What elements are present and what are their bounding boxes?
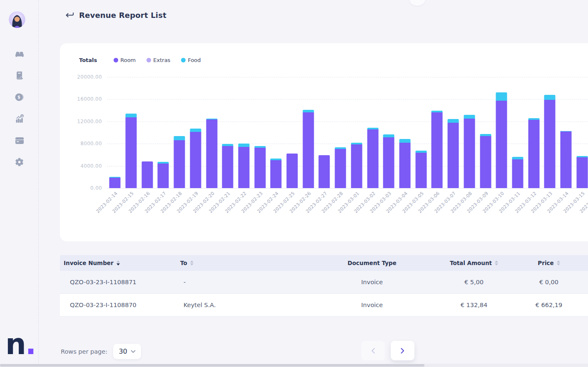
legend-label: Room	[120, 57, 136, 63]
brand-logo[interactable]: n.	[5, 330, 35, 359]
bar-stack	[287, 77, 298, 188]
bar-stack	[367, 77, 378, 188]
table-row[interactable]: QZO-03-23-I-1108871-Invoice€ 5,00€ 0,00-	[60, 271, 588, 294]
rows-per-page-select[interactable]: 30	[113, 344, 141, 359]
bar-stack	[335, 77, 346, 188]
bar-segment-food	[238, 144, 249, 147]
bar-segment-food	[464, 115, 475, 119]
bar-segment-room	[109, 178, 121, 188]
chevron-right-icon	[401, 348, 404, 354]
rows-per-page-value: 30	[119, 347, 127, 355]
bar-group-2023-03-09: 2023-03-09	[477, 77, 494, 188]
bar-segment-room	[480, 136, 491, 188]
y-axis-tick: 12000.00	[60, 119, 102, 124]
sidebar-item-bookings[interactable]	[11, 71, 28, 80]
sidebar-nav: $ $	[0, 49, 39, 167]
bar-segment-room	[464, 119, 475, 188]
bar-segment-room	[415, 153, 427, 188]
column-header-label: Document Type	[347, 260, 396, 266]
sidebar: $ $ n.	[0, 0, 39, 367]
column-header-invoice-number[interactable]: Invoice Number	[60, 260, 176, 266]
page-title: Revenue Report List	[79, 11, 166, 20]
table-cell: -	[584, 302, 588, 308]
legend-label: Extras	[153, 57, 170, 63]
column-header-price[interactable]: Price	[514, 260, 584, 266]
bar-segment-room	[383, 137, 394, 188]
bar-group-2023-02-25: 2023-02-25	[284, 77, 300, 188]
bar-stack	[319, 77, 330, 188]
bar-segment-room	[126, 117, 137, 188]
bar-stack	[303, 77, 314, 188]
bar-segment-food	[383, 134, 394, 137]
table-row[interactable]: QZO-03-23-I-1108870Keytel S.A.Invoice€ 1…	[60, 294, 588, 317]
bar-stack	[351, 77, 362, 188]
legend-dot-icon	[181, 58, 186, 62]
sidebar-item-settings[interactable]	[11, 157, 28, 167]
bar-stack	[528, 77, 539, 188]
bar-stack	[561, 77, 572, 188]
bar-segment-room	[561, 131, 572, 188]
column-header-label: To	[180, 260, 187, 266]
bar-stack	[109, 77, 121, 188]
bed-icon	[15, 49, 25, 59]
bar-group-2023-02-15: 2023-02-15	[123, 77, 139, 188]
bar-group-2023-02-26: 2023-02-26	[300, 77, 316, 188]
bar-group-2023-02-19: 2023-02-19	[188, 77, 204, 188]
bar-stack	[496, 77, 507, 188]
bar-segment-room	[174, 140, 185, 188]
bar-group-2023-03-08: 2023-03-08	[461, 77, 477, 188]
column-header-document-type: Document Type	[310, 260, 434, 266]
sidebar-item-rooms[interactable]	[11, 49, 28, 59]
sidebar-item-payments[interactable]	[11, 136, 28, 145]
legend-item-room[interactable]: Room	[114, 57, 136, 63]
bar-group-2023-02-17: 2023-02-17	[155, 77, 171, 188]
column-header-left: Left	[584, 260, 588, 266]
bar-segment-room	[287, 154, 298, 188]
bar-stack	[222, 77, 233, 188]
top-edge-circle	[409, 0, 425, 6]
bar-stack	[238, 77, 249, 188]
y-axis-tick: 8000.00	[60, 141, 102, 146]
table-cell: Invoice	[310, 302, 434, 308]
bar-group-2023-03-11: 2023-03-11	[510, 77, 526, 188]
bar-segment-room	[528, 120, 539, 188]
bar-segment-food	[190, 129, 201, 131]
prev-page-button[interactable]	[361, 341, 385, 360]
bar-segment-food	[496, 92, 507, 101]
bar-group-2023-02-14: 2023-02-14	[107, 77, 123, 188]
horizontal-scrollbar-thumb[interactable]	[0, 364, 424, 367]
table-cell: € 5,00	[434, 279, 514, 285]
legend-dot-icon	[146, 58, 151, 62]
bar-segment-food	[174, 136, 185, 140]
bar-stack	[576, 77, 588, 188]
column-header-to[interactable]: To	[176, 260, 310, 266]
back-button[interactable]	[65, 11, 74, 20]
avatar[interactable]	[9, 11, 25, 28]
table-cell: -	[176, 279, 310, 285]
bar-segment-room	[270, 160, 282, 188]
bar-stack	[480, 77, 491, 188]
bar-segment-room	[319, 155, 330, 188]
bar-segment-room	[367, 129, 378, 188]
chart-legend: Totals RoomExtrasFood	[79, 57, 212, 63]
legend-item-extras[interactable]: Extras	[146, 57, 170, 63]
avatar-image	[9, 11, 25, 28]
sidebar-item-revenue[interactable]: $	[11, 114, 28, 124]
bar-segment-room	[190, 132, 201, 188]
sort-arrows-icon	[190, 260, 194, 265]
bar-stack	[254, 77, 265, 188]
column-header-label: Invoice Number	[64, 260, 114, 266]
column-header-total-amount[interactable]: Total Amount	[434, 260, 514, 266]
bar-segment-room	[351, 144, 362, 188]
next-page-button[interactable]	[391, 341, 414, 360]
bar-stack	[464, 77, 475, 188]
bar-group-2023-03-10: 2023-03-10	[494, 77, 510, 188]
svg-text:$: $	[21, 115, 23, 117]
legend-label: Food	[188, 57, 201, 63]
bar-segment-room	[399, 143, 411, 188]
sidebar-item-finance[interactable]: $	[11, 92, 28, 102]
legend-item-food[interactable]: Food	[181, 57, 201, 63]
credit-card-icon	[15, 136, 25, 146]
brand-logo-letter: n	[5, 327, 25, 361]
bar-segment-room	[303, 112, 314, 188]
